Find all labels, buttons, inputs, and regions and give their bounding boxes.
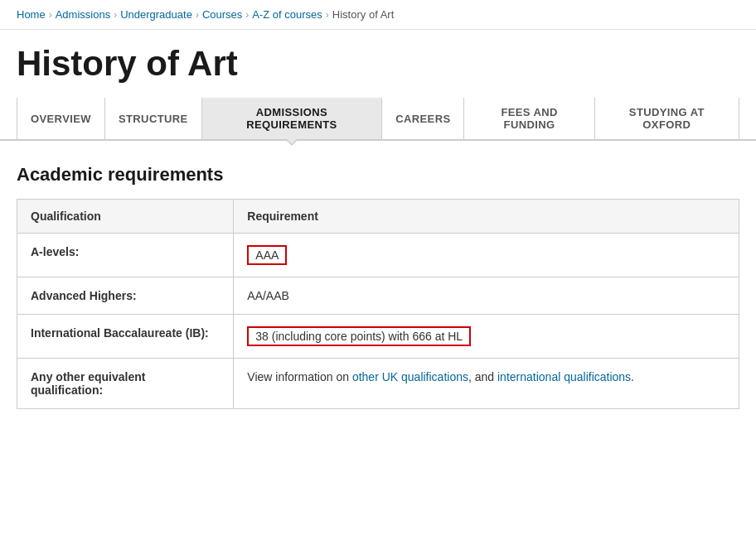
qual-ib: International Baccalaureate (IB):: [17, 315, 234, 359]
table-row: A-levels: AAA: [17, 234, 739, 277]
table-row: Advanced Highers: AA/AAB: [17, 277, 739, 315]
tab-studying-oxford[interactable]: STUDYING AT OXFORD: [595, 98, 739, 139]
table-row: International Baccalaureate (IB): 38 (in…: [17, 315, 739, 359]
qual-advanced-highers: Advanced Highers:: [17, 277, 234, 315]
breadcrumb-undergraduate[interactable]: Undergraduate: [120, 8, 192, 21]
req-other: View information on other UK qualificati…: [234, 359, 739, 409]
main-content: Academic requirements Qualification Requ…: [0, 141, 756, 432]
link-uk-qualifications[interactable]: other UK qualifications: [352, 370, 468, 383]
tab-admissions-requirements[interactable]: ADMISSIONS REQUIREMENTS: [202, 98, 383, 139]
tab-careers[interactable]: CAREERS: [382, 98, 464, 139]
tab-overview[interactable]: OVERVIEW: [17, 98, 105, 139]
req-other-mid: , and: [468, 370, 497, 383]
requirements-table: Qualification Requirement A-levels: AAA …: [17, 199, 739, 409]
chevron-icon: ›: [196, 9, 199, 21]
breadcrumb: Home › Admissions › Undergraduate › Cour…: [0, 0, 756, 30]
section-title: Academic requirements: [17, 164, 739, 186]
col-header-requirement: Requirement: [234, 200, 739, 234]
table-header-row: Qualification Requirement: [17, 200, 739, 234]
breadcrumb-home[interactable]: Home: [17, 8, 46, 21]
chevron-icon: ›: [326, 9, 329, 21]
chevron-icon: ›: [245, 9, 249, 21]
req-alevels: AAA: [234, 234, 739, 277]
chevron-icon: ›: [114, 9, 117, 21]
page-title: History of Art: [17, 45, 739, 83]
chevron-icon: ›: [49, 9, 52, 21]
req-advanced-highers: AA/AAB: [234, 277, 739, 315]
table-row: Any other equivalent qualification: View…: [17, 359, 739, 409]
tab-fees-funding[interactable]: FEES AND FUNDING: [464, 98, 594, 139]
tab-structure[interactable]: STRUCTURE: [105, 98, 202, 139]
breadcrumb-az[interactable]: A-Z of courses: [252, 8, 322, 21]
qual-other: Any other equivalent qualification:: [17, 359, 234, 409]
alevels-value: AAA: [247, 245, 287, 265]
page-title-container: History of Art: [0, 30, 756, 91]
ib-value: 38 (including core points) with 666 at H…: [247, 326, 471, 346]
req-other-end: .: [631, 370, 634, 383]
link-international-qualifications[interactable]: international qualifications: [497, 370, 631, 383]
req-ib: 38 (including core points) with 666 at H…: [234, 315, 739, 359]
breadcrumb-current: History of Art: [332, 8, 394, 21]
qual-alevels: A-levels:: [17, 234, 234, 277]
tab-nav: OVERVIEW STRUCTURE ADMISSIONS REQUIREMEN…: [0, 98, 756, 141]
breadcrumb-courses[interactable]: Courses: [202, 8, 242, 21]
col-header-qualification: Qualification: [17, 200, 234, 234]
breadcrumb-admissions[interactable]: Admissions: [56, 8, 110, 21]
req-other-prefix: View information on: [247, 370, 352, 383]
